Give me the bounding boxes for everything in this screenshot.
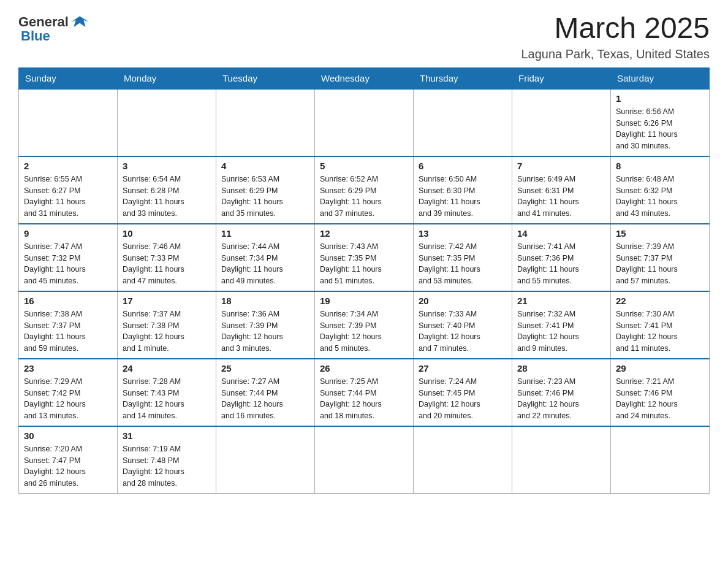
calendar-cell: 12Sunrise: 7:43 AM Sunset: 7:35 PM Dayli… [315,224,414,291]
day-info: Sunrise: 7:42 AM Sunset: 7:35 PM Dayligh… [419,241,507,287]
day-info: Sunrise: 7:25 AM Sunset: 7:44 PM Dayligh… [320,376,408,422]
calendar-cell: 18Sunrise: 7:36 AM Sunset: 7:39 PM Dayli… [216,291,315,359]
day-number: 17 [123,296,211,306]
calendar-cell: 15Sunrise: 7:39 AM Sunset: 7:37 PM Dayli… [611,224,710,291]
calendar-cell: 8Sunrise: 6:48 AM Sunset: 6:32 PM Daylig… [611,156,710,224]
day-info: Sunrise: 7:43 AM Sunset: 7:35 PM Dayligh… [320,241,408,287]
month-title: March 2025 [521,12,710,45]
calendar-cell [315,426,414,494]
calendar-cell [512,426,611,494]
calendar-cell: 3Sunrise: 6:54 AM Sunset: 6:28 PM Daylig… [118,156,216,224]
day-info: Sunrise: 7:20 AM Sunset: 7:47 PM Dayligh… [24,443,112,489]
day-info: Sunrise: 6:56 AM Sunset: 6:26 PM Dayligh… [616,106,704,152]
day-info: Sunrise: 7:21 AM Sunset: 7:46 PM Dayligh… [616,376,704,422]
calendar-cell [216,426,315,494]
day-number: 6 [419,161,507,171]
day-info: Sunrise: 6:54 AM Sunset: 6:28 PM Dayligh… [123,174,211,220]
day-number: 3 [123,161,211,171]
calendar-cell: 14Sunrise: 7:41 AM Sunset: 7:36 PM Dayli… [512,224,611,291]
svg-marker-0 [71,16,89,27]
title-area: March 2025 Laguna Park, Texas, United St… [521,12,710,61]
day-number: 20 [419,296,507,306]
day-number: 21 [517,296,605,306]
calendar-cell [315,89,414,156]
calendar-cell: 25Sunrise: 7:27 AM Sunset: 7:44 PM Dayli… [216,359,315,426]
calendar-week-row: 16Sunrise: 7:38 AM Sunset: 7:37 PM Dayli… [19,291,710,359]
calendar-cell: 11Sunrise: 7:44 AM Sunset: 7:34 PM Dayli… [216,224,315,291]
day-info: Sunrise: 7:37 AM Sunset: 7:38 PM Dayligh… [123,308,211,354]
calendar-header-row: SundayMondayTuesdayWednesdayThursdayFrid… [19,67,710,89]
day-number: 15 [616,228,704,239]
calendar-cell: 2Sunrise: 6:55 AM Sunset: 6:27 PM Daylig… [19,156,118,224]
day-info: Sunrise: 6:53 AM Sunset: 6:29 PM Dayligh… [221,174,309,220]
day-number: 25 [221,363,309,373]
calendar-cell: 27Sunrise: 7:24 AM Sunset: 7:45 PM Dayli… [414,359,512,426]
day-number: 5 [320,161,408,171]
weekday-header: Friday [512,67,611,89]
calendar-cell: 23Sunrise: 7:29 AM Sunset: 7:42 PM Dayli… [19,359,118,426]
calendar-cell: 26Sunrise: 7:25 AM Sunset: 7:44 PM Dayli… [315,359,414,426]
day-info: Sunrise: 7:47 AM Sunset: 7:32 PM Dayligh… [24,241,112,287]
day-number: 10 [123,228,211,239]
day-number: 1 [616,93,704,104]
day-number: 13 [419,228,507,239]
day-number: 19 [320,296,408,306]
day-info: Sunrise: 6:52 AM Sunset: 6:29 PM Dayligh… [320,174,408,220]
calendar-cell: 9Sunrise: 7:47 AM Sunset: 7:32 PM Daylig… [19,224,118,291]
calendar-cell [611,426,710,494]
calendar-week-row: 2Sunrise: 6:55 AM Sunset: 6:27 PM Daylig… [19,156,710,224]
calendar-week-row: 1Sunrise: 6:56 AM Sunset: 6:26 PM Daylig… [19,89,710,156]
day-info: Sunrise: 7:38 AM Sunset: 7:37 PM Dayligh… [24,308,112,354]
day-number: 31 [123,431,211,441]
day-info: Sunrise: 7:27 AM Sunset: 7:44 PM Dayligh… [221,376,309,422]
day-info: Sunrise: 6:49 AM Sunset: 6:31 PM Dayligh… [517,174,605,220]
day-number: 7 [517,161,605,171]
day-number: 26 [320,363,408,373]
calendar-cell: 4Sunrise: 6:53 AM Sunset: 6:29 PM Daylig… [216,156,315,224]
logo: General Blue [18,12,89,44]
calendar-cell: 19Sunrise: 7:34 AM Sunset: 7:39 PM Dayli… [315,291,414,359]
calendar-cell [414,426,512,494]
page-header: General Blue March 2025 Laguna Park, Tex… [18,12,710,61]
calendar-cell: 24Sunrise: 7:28 AM Sunset: 7:43 PM Dayli… [118,359,216,426]
day-number: 12 [320,228,408,239]
day-number: 23 [24,363,112,373]
day-info: Sunrise: 7:24 AM Sunset: 7:45 PM Dayligh… [419,376,507,422]
calendar-cell: 10Sunrise: 7:46 AM Sunset: 7:33 PM Dayli… [118,224,216,291]
calendar-cell: 13Sunrise: 7:42 AM Sunset: 7:35 PM Dayli… [414,224,512,291]
calendar-cell: 17Sunrise: 7:37 AM Sunset: 7:38 PM Dayli… [118,291,216,359]
weekday-header: Saturday [611,67,710,89]
day-info: Sunrise: 7:34 AM Sunset: 7:39 PM Dayligh… [320,308,408,354]
day-number: 30 [24,431,112,441]
day-info: Sunrise: 7:19 AM Sunset: 7:48 PM Dayligh… [123,443,211,489]
calendar-cell: 31Sunrise: 7:19 AM Sunset: 7:48 PM Dayli… [118,426,216,494]
day-info: Sunrise: 6:50 AM Sunset: 6:30 PM Dayligh… [419,174,507,220]
calendar-week-row: 30Sunrise: 7:20 AM Sunset: 7:47 PM Dayli… [19,426,710,494]
calendar-cell: 30Sunrise: 7:20 AM Sunset: 7:47 PM Dayli… [19,426,118,494]
weekday-header: Tuesday [216,67,315,89]
day-info: Sunrise: 7:41 AM Sunset: 7:36 PM Dayligh… [517,241,605,287]
calendar-cell: 6Sunrise: 6:50 AM Sunset: 6:30 PM Daylig… [414,156,512,224]
weekday-header: Wednesday [315,67,414,89]
calendar-cell [414,89,512,156]
calendar-cell [216,89,315,156]
calendar-cell: 20Sunrise: 7:33 AM Sunset: 7:40 PM Dayli… [414,291,512,359]
weekday-header: Monday [118,67,216,89]
day-number: 29 [616,363,704,373]
day-number: 18 [221,296,309,306]
day-number: 28 [517,363,605,373]
calendar-cell: 21Sunrise: 7:32 AM Sunset: 7:41 PM Dayli… [512,291,611,359]
calendar-cell: 7Sunrise: 6:49 AM Sunset: 6:31 PM Daylig… [512,156,611,224]
day-number: 8 [616,161,704,171]
day-number: 24 [123,363,211,373]
day-info: Sunrise: 7:30 AM Sunset: 7:41 PM Dayligh… [616,308,704,354]
day-number: 9 [24,228,112,239]
logo-blue-text: Blue [21,28,50,44]
weekday-header: Thursday [414,67,512,89]
calendar-week-row: 9Sunrise: 7:47 AM Sunset: 7:32 PM Daylig… [19,224,710,291]
day-info: Sunrise: 7:32 AM Sunset: 7:41 PM Dayligh… [517,308,605,354]
day-info: Sunrise: 7:23 AM Sunset: 7:46 PM Dayligh… [517,376,605,422]
weekday-header: Sunday [19,67,118,89]
calendar-cell: 22Sunrise: 7:30 AM Sunset: 7:41 PM Dayli… [611,291,710,359]
day-info: Sunrise: 7:44 AM Sunset: 7:34 PM Dayligh… [221,241,309,287]
